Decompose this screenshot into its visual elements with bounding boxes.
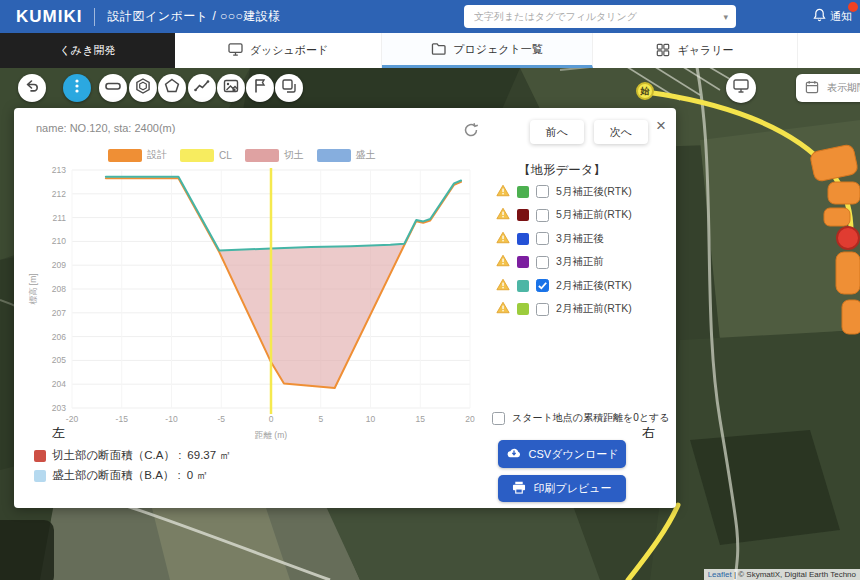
warning-icon	[496, 183, 510, 201]
header-divider	[94, 8, 95, 26]
tab-dashboard[interactable]: ダッシュボード	[175, 33, 382, 68]
terrain-color-swatch	[517, 256, 529, 268]
fill-area-value: 0 ㎡	[187, 468, 208, 483]
notification-badge	[848, 2, 858, 12]
cross-section-chart[interactable]: 203204205206207208209210211212213-20-15-…	[26, 160, 478, 454]
app-logo[interactable]: KUMIKI	[16, 7, 82, 27]
cut-area-swatch	[34, 450, 46, 462]
next-section-button[interactable]: 次へ	[594, 120, 648, 144]
terrain-checkbox[interactable]	[536, 209, 549, 222]
terrain-label: 3月補正後	[556, 232, 604, 246]
image-icon	[222, 77, 240, 99]
svg-text:10: 10	[366, 414, 376, 424]
terrain-color-swatch	[517, 209, 529, 221]
toolbar-polyline-button[interactable]	[188, 74, 216, 102]
svg-text:209: 209	[52, 260, 66, 270]
svg-text:標高 [m]: 標高 [m]	[28, 273, 38, 305]
grid-icon	[656, 43, 670, 59]
svg-text:-10: -10	[165, 414, 178, 424]
terrain-checkbox[interactable]	[536, 256, 549, 269]
leaflet-link[interactable]: Leaflet	[708, 570, 732, 579]
svg-text:-20: -20	[66, 414, 79, 424]
monitor-icon	[733, 79, 749, 97]
terrain-label: 2月補正後(RTK)	[556, 279, 632, 293]
filter-input[interactable]	[472, 10, 723, 23]
breadcrumb: 設計図インポート / ○○○建設様	[107, 8, 280, 25]
map-marker-red[interactable]	[837, 227, 859, 249]
terrain-item: 2月補正後(RTK)	[496, 274, 632, 298]
tab-gallery[interactable]: ギャラリー	[593, 33, 798, 68]
fill-area-swatch	[34, 470, 46, 482]
svg-text:208: 208	[52, 284, 66, 294]
svg-text:5: 5	[318, 414, 323, 424]
svg-text:207: 207	[52, 308, 66, 318]
map-control[interactable]	[0, 520, 54, 580]
toolbar-back-button[interactable]	[18, 74, 46, 102]
warning-icon	[496, 277, 510, 295]
tab-label: ギャラリー	[677, 43, 733, 58]
terrain-checkbox[interactable]	[536, 232, 549, 245]
section-title: name: NO.120, sta: 2400(m)	[36, 122, 175, 134]
warning-icon	[496, 206, 510, 224]
terrain-item: 3月補正後	[496, 227, 632, 251]
hexagon-icon	[134, 77, 152, 99]
cut-area-label: 切土部の断面積（C.A） :	[52, 448, 181, 463]
terrain-checkbox[interactable]	[536, 303, 549, 316]
svg-text:205: 205	[52, 355, 66, 365]
tab-bar: くみき開発 ダッシュボードプロジェクト一覧ギャラリー	[0, 33, 860, 68]
terrain-checkbox[interactable]	[536, 279, 549, 292]
notification-button[interactable]: 通知	[813, 8, 852, 24]
screen-view-button[interactable]	[726, 73, 756, 103]
toolbar-more-button[interactable]	[63, 74, 91, 102]
toolbar-shapes-button[interactable]	[275, 74, 303, 102]
back-icon	[23, 77, 41, 99]
start-distance-checkbox[interactable]	[492, 412, 505, 425]
print-preview-button[interactable]: 印刷プレビュー	[498, 475, 626, 502]
toolbar-image-button[interactable]	[217, 74, 245, 102]
close-icon[interactable]: ×	[656, 116, 666, 136]
svg-text:203: 203	[52, 403, 66, 413]
notification-label: 通知	[830, 9, 852, 24]
prev-section-button[interactable]: 前へ	[530, 120, 584, 144]
toolbar-hexagon-button[interactable]	[129, 74, 157, 102]
svg-text:-5: -5	[217, 414, 225, 424]
toolbar-pentagon-button[interactable]	[158, 74, 186, 102]
refresh-icon[interactable]	[462, 121, 480, 139]
svg-text:距離 (m): 距離 (m)	[254, 430, 287, 440]
svg-text:204: 204	[52, 379, 66, 389]
svg-text:20: 20	[465, 414, 475, 424]
terrain-data-heading: 【地形データ】	[518, 162, 606, 179]
fill-area-label: 盛土部の断面積（B.A） :	[52, 468, 181, 483]
route-start-marker[interactable]: 始	[636, 82, 654, 100]
terrain-checkbox[interactable]	[536, 185, 549, 198]
bell-icon	[813, 8, 826, 24]
filter-box: ▾	[464, 5, 736, 28]
polyline-icon	[193, 77, 211, 99]
date-range-label: 表示期間を	[827, 81, 860, 95]
toolbar-flag-button[interactable]	[246, 74, 274, 102]
print-preview-label: 印刷プレビュー	[533, 481, 611, 496]
org-name[interactable]: くみき開発	[0, 33, 175, 68]
svg-text:212: 212	[52, 189, 66, 199]
calendar-icon	[805, 80, 819, 96]
toolbar-measure-button[interactable]	[99, 74, 127, 102]
terrain-color-swatch	[517, 186, 529, 198]
csv-download-button[interactable]: CSVダウンロード	[498, 440, 626, 468]
terrain-label: 5月補正後(RTK)	[556, 185, 632, 199]
chevron-down-icon[interactable]: ▾	[723, 12, 728, 22]
more-icon	[68, 77, 86, 99]
start-distance-label: スタート地点の累積距離を0とする	[512, 411, 669, 425]
start-distance-option: スタート地点の累積距離を0とする	[492, 411, 669, 425]
date-range-picker[interactable]: 表示期間を	[796, 74, 860, 102]
terrain-label: 5月補正前(RTK)	[556, 208, 632, 222]
measure-icon	[104, 77, 122, 99]
chart-left-label: 左	[52, 424, 65, 442]
terrain-item: 2月補正前(RTK)	[496, 298, 632, 322]
svg-text:-15: -15	[116, 414, 129, 424]
svg-text:15: 15	[416, 414, 426, 424]
svg-text:206: 206	[52, 332, 66, 342]
printer-icon	[512, 481, 526, 496]
terrain-data-list: 5月補正後(RTK)5月補正前(RTK)3月補正後3月補正前2月補正後(RTK)…	[496, 180, 632, 321]
app-header: KUMIKI 設計図インポート / ○○○建設様 ▾ 通知	[0, 0, 860, 33]
tab-project-list[interactable]: プロジェクト一覧	[382, 33, 593, 68]
